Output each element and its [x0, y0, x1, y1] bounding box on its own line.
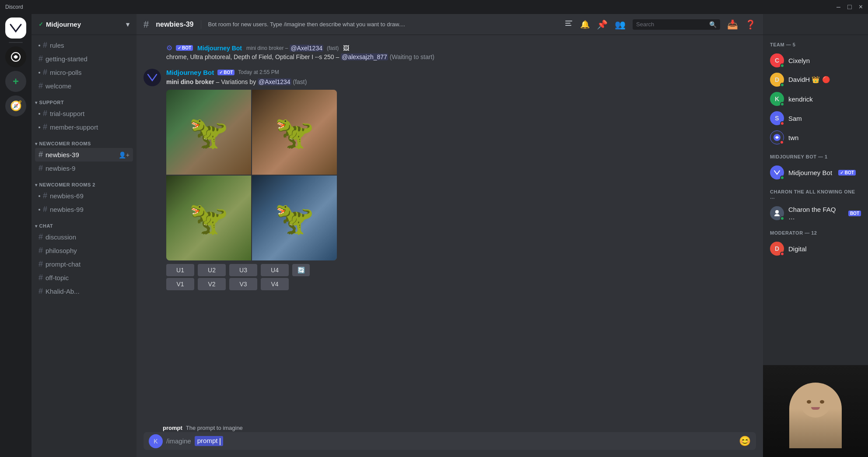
server-dropdown-arrow[interactable]: ▾ [126, 21, 130, 28]
emoji-button[interactable]: 😊 [739, 436, 751, 447]
channel-hash-icon: # [38, 164, 43, 173]
add-server-button[interactable]: + [5, 71, 26, 92]
channel-item-newbies-69[interactable]: # newbies-69 [35, 189, 133, 203]
channel-list: # rules # getting-started # micro-polls … [32, 35, 136, 457]
search-box[interactable]: Search 🔍 [633, 19, 720, 30]
channel-item-discussion[interactable]: # discussion [35, 230, 133, 244]
status-dot-online [780, 83, 784, 87]
face [800, 387, 831, 418]
mention-axel[interactable]: @Axel1234 [290, 45, 323, 52]
chat-input-wrapper: K /imagine prompt 😊 [144, 432, 756, 450]
prompt-input-highlighted[interactable]: prompt [195, 436, 223, 446]
category-newcomer-rooms-2[interactable]: ▾ NEWCOMER ROOMS 2 [32, 175, 136, 189]
upscale-1-button[interactable]: U1 [166, 264, 194, 276]
members-icon[interactable]: 👥 [615, 19, 626, 30]
channel-hash-icon: # [38, 81, 43, 91]
channel-item-newbies-39[interactable]: # newbies-39 👤+ [35, 148, 133, 162]
variation-buttons: V1 V2 V3 V4 [166, 278, 756, 290]
member-name-davidh: DavidH 👑 🔴 [788, 76, 830, 84]
bot-message-content: Midjourney Bot ✓ BOT Today at 2:55 PM mi… [166, 69, 756, 291]
channel-item-philosophy[interactable]: # philosophy [35, 244, 133, 257]
member-midjourney-bot[interactable]: Midjourney Bot ✓ BOT [766, 163, 864, 182]
member-charon[interactable]: Charon the FAQ … BOT [766, 203, 864, 223]
help-icon[interactable]: ❓ [745, 19, 756, 30]
channel-item-micro-polls[interactable]: # micro-polls [35, 66, 133, 79]
variation-2-button[interactable]: V2 [198, 278, 226, 290]
member-digital[interactable]: D Digital [766, 239, 864, 258]
titlebar-title: Discord [5, 4, 836, 10]
members-list: TEAM — 5 C Cixelyn D DavidH 👑 🔴 K [763, 35, 868, 365]
variation-1-button[interactable]: V1 [166, 278, 194, 290]
channel-item-trial-support[interactable]: # trial-support [35, 107, 133, 120]
unread-dot [38, 72, 40, 74]
channel-name: getting-started [46, 55, 88, 63]
channel-item-member-support[interactable]: # member-support [35, 120, 133, 134]
titlebar-controls[interactable]: – □ × [836, 3, 863, 11]
mention-user[interactable]: @alexsajzh_877 [341, 53, 388, 60]
channel-name: newbies-69 [50, 192, 84, 200]
threads-icon[interactable] [564, 19, 573, 30]
category-support[interactable]: ▾ SUPPORT [32, 93, 136, 107]
add-member-icon[interactable]: 👤+ [119, 151, 130, 158]
dino-image-3: 🦖 [166, 176, 251, 260]
channel-hash-icon: # [38, 287, 43, 296]
channel-item-welcome[interactable]: # welcome [35, 79, 133, 93]
image-cell-1[interactable]: 🦖 [166, 90, 251, 175]
image-icon[interactable]: 🖼 [343, 45, 349, 52]
status-dot-online [780, 102, 784, 106]
upscale-2-button[interactable]: U2 [198, 264, 226, 276]
member-avatar-mjbot [770, 165, 784, 179]
server-icon-midjourney[interactable] [5, 18, 26, 39]
member-cixelyn[interactable]: C Cixelyn [766, 51, 864, 70]
maximize-button[interactable]: □ [847, 3, 852, 11]
category-newcomer-rooms[interactable]: ▾ NEWCOMER ROOMS [32, 134, 136, 148]
channel-item-rules[interactable]: # rules [35, 39, 133, 52]
refresh-button[interactable]: 🔄 [292, 264, 310, 276]
waiting-message-header: ⚙ ✓ BOT Midjourney Bot mini dino broker … [166, 44, 756, 52]
channel-name: philosophy [46, 247, 77, 254]
image-cell-3[interactable]: 🦖 [166, 176, 251, 260]
variation-3-button[interactable]: V3 [229, 278, 257, 290]
member-sam[interactable]: S Sam [766, 109, 864, 128]
server-name: Midjourney [46, 21, 81, 28]
member-avatar-digital: D [770, 242, 784, 256]
channel-name: welcome [46, 82, 71, 90]
chat-input-area: K /imagine prompt 😊 [136, 432, 763, 457]
inbox-icon[interactable]: 📥 [727, 19, 738, 30]
notifications-icon[interactable]: 🔔 [580, 20, 590, 29]
left-eye [807, 400, 811, 404]
unread-dot [38, 45, 40, 46]
channel-item-off-topic[interactable]: # off-topic [35, 271, 133, 285]
member-avatar-charon [770, 206, 784, 220]
search-placeholder: Search [636, 21, 707, 28]
channel-item-newbies-9[interactable]: # newbies-9 [35, 162, 133, 175]
midjourney-bot-name: Midjourney Bot [197, 45, 242, 52]
minimize-button[interactable]: – [836, 3, 840, 11]
upscale-4-button[interactable]: U4 [261, 264, 289, 276]
pin-icon[interactable]: 📌 [597, 19, 608, 30]
channel-item-prompt-chat[interactable]: # prompt-chat [35, 257, 133, 271]
image-grid: 🦖 🦖 🦖 [166, 90, 337, 260]
image-cell-2[interactable]: 🦖 [252, 90, 337, 175]
member-davidh[interactable]: D DavidH 👑 🔴 [766, 70, 864, 89]
channel-name: Khalid-Ab... [46, 288, 80, 295]
server-icon-ai[interactable] [5, 46, 26, 67]
mention-axel-variation[interactable]: @Axel1234 [258, 78, 291, 85]
prompt-hint: prompt The prompt to imagine [136, 423, 763, 432]
channel-item-khalid[interactable]: # Khalid-Ab... [35, 285, 133, 298]
category-chat[interactable]: ▾ CHAT [32, 216, 136, 230]
explore-servers-button[interactable]: 🧭 [5, 95, 26, 116]
bot-tag-charon: BOT [848, 211, 861, 216]
channel-item-newbies-99[interactable]: # newbies-99 [35, 203, 133, 216]
member-kendrick[interactable]: K kendrick [766, 89, 864, 109]
member-name-kendrick: kendrick [788, 95, 813, 103]
close-button[interactable]: × [859, 3, 863, 11]
member-twn[interactable]: twn [766, 128, 864, 147]
channel-item-getting-started[interactable]: # getting-started [35, 52, 133, 66]
upscale-3-button[interactable]: U3 [229, 264, 257, 276]
image-cell-4[interactable]: 🦖 [252, 176, 337, 260]
server-name-header[interactable]: ✓ Midjourney ▾ [32, 14, 136, 35]
category-collapse-icon: ▾ [35, 100, 38, 105]
server-list: + 🧭 [0, 14, 32, 457]
variation-4-button[interactable]: V4 [261, 278, 289, 290]
